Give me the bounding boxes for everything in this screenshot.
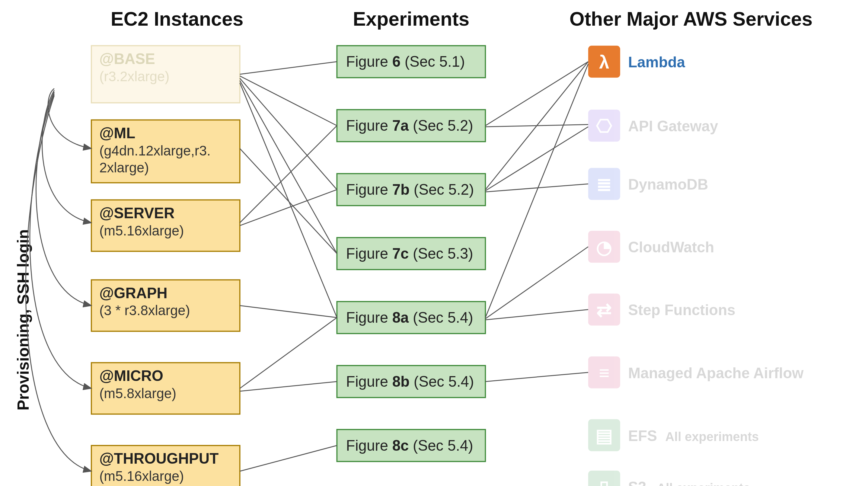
svg-text:▤: ▤: [595, 425, 613, 446]
instance-name: @MICRO: [99, 367, 163, 384]
experiment-label: Figure 7a (Sec 5.2): [346, 117, 473, 134]
architecture-diagram: EC2 Instances Experiments Other Major AW…: [0, 0, 868, 486]
svg-text:◔: ◔: [596, 237, 612, 257]
aws-icon-s3-icon: ▯: [588, 470, 620, 486]
svg-text:⇄: ⇄: [596, 300, 612, 320]
experiment-fig8b: Figure 8b (Sec 5.4): [337, 366, 485, 398]
service-label: DynamoDB: [628, 176, 708, 192]
edge-fig7a-apigw: [485, 124, 588, 127]
instance-type: (3 * r3.8xlarge): [99, 303, 190, 318]
instance-type: (m5.16xlarge): [99, 223, 184, 239]
provisioning-arrows: [26, 88, 91, 471]
edge-micro-fig8b: [240, 382, 337, 391]
experiment-label: Figure 8a (Sec 5.4): [346, 309, 473, 326]
edge-ml-fig7c: [240, 149, 337, 253]
instance-type: (m5.16xlarge): [99, 468, 184, 484]
svg-text:⎔: ⎔: [596, 116, 612, 136]
col-title-services: Other Major AWS Services: [569, 8, 813, 30]
aws-icon-lambda-icon: λ: [588, 45, 620, 78]
aws-service-cloudwatch: ◔CloudWatch: [588, 231, 714, 263]
experiment-label: Figure 6 (Sec 5.1): [346, 53, 465, 70]
edge-fig8a-cloudwatch: [485, 247, 588, 318]
ec2-instance-ml: @ML(g4dn.12xlarge,r3.2xlarge): [91, 120, 240, 183]
service-label: Managed Apache Airflow: [628, 365, 804, 381]
ec2-instance-graph: @GRAPH(3 * r3.8xlarge): [91, 280, 240, 331]
aws-service-lambda: λLambda: [588, 45, 685, 78]
aws-service-dynamodb: ≣DynamoDB: [588, 168, 708, 200]
experiment-label: Figure 7b (Sec 5.2): [346, 181, 474, 198]
edge-fig7b-apigw: [485, 127, 588, 191]
experiment-fig7a: Figure 7a (Sec 5.2): [337, 110, 485, 142]
experiment-fig7b: Figure 7b (Sec 5.2): [337, 174, 485, 206]
experiment-label: Figure 7c (Sec 5.3): [346, 245, 473, 262]
experiment-fig8c: Figure 8c (Sec 5.4): [337, 430, 485, 461]
ec2-instance-micro: @MICRO(m5.8xlarge): [91, 363, 240, 414]
service-label: Step Functions: [628, 302, 735, 318]
services-column: λLambda⎔API Gateway≣DynamoDB◔CloudWatch⇄…: [588, 45, 804, 486]
svg-text:λ: λ: [599, 52, 609, 72]
instance-name: @ML: [99, 125, 135, 141]
aws-service-api-gateway: ⎔API Gateway: [588, 110, 718, 142]
edge-base-fig6: [240, 62, 337, 74]
edge-throughput-fig8c: [240, 446, 337, 471]
col-title-ec2: EC2 Instances: [111, 8, 244, 30]
aws-icon-cloudwatch-icon: ◔: [588, 231, 620, 263]
aws-icon-api-gateway-icon: ⎔: [588, 110, 620, 142]
aws-icon-managed-apache-airflow-icon: ≡: [588, 357, 620, 389]
aws-service-s3: ▯S3All experiments: [588, 470, 750, 486]
service-label: CloudWatch: [628, 239, 714, 255]
col-title-experiments: Experiments: [353, 8, 469, 30]
instance-name: @SERVER: [99, 205, 175, 221]
instance-name: @BASE: [99, 51, 155, 67]
instance-type: (g4dn.12xlarge,r3.: [99, 143, 211, 158]
aws-icon-dynamodb-icon: ≣: [588, 168, 620, 200]
aws-icon-step-functions-icon: ⇄: [588, 294, 620, 326]
experiment-fig7c: Figure 7c (Sec 5.3): [337, 238, 485, 270]
edge-server-fig7a: [240, 126, 337, 223]
svg-text:≣: ≣: [596, 174, 612, 195]
edge-graph-fig8a: [240, 305, 337, 317]
service-label: Lambda: [628, 54, 685, 70]
service-label: S3: [628, 479, 646, 486]
ec2-instance-throughput: @THROUGHPUT(m5.16xlarge): [91, 446, 240, 486]
instance-type: (m5.8xlarge): [99, 386, 176, 401]
experiment-label: Figure 8b (Sec 5.4): [346, 373, 474, 390]
side-label: Provisioning, SSH login: [14, 229, 32, 410]
instance-type: (r3.2xlarge): [99, 69, 169, 84]
svg-text:▯: ▯: [599, 477, 609, 486]
aws-icon-efs-icon: ▤: [588, 419, 620, 451]
edge-fig8a-stepfn: [485, 310, 588, 320]
ec2-instances-column: @BASE(r3.2xlarge)@ML(g4dn.12xlarge,r3.2x…: [91, 45, 240, 486]
experiment-fig8a: Figure 8a (Sec 5.4): [337, 302, 485, 334]
experiments-column: Figure 6 (Sec 5.1)Figure 7a (Sec 5.2)Fig…: [337, 45, 485, 461]
instance-name: @THROUGHPUT: [99, 450, 218, 467]
service-label: EFS: [628, 427, 657, 444]
ec2-instance-server: @SERVER(m5.16xlarge): [91, 200, 240, 251]
aws-service-managed-apache-airflow: ≡Managed Apache Airflow: [588, 357, 804, 389]
service-label: API Gateway: [628, 118, 718, 134]
edge-base-fig7c: [240, 81, 337, 253]
instance-name: @GRAPH: [99, 285, 167, 301]
edge-micro-fig8a: [240, 317, 337, 389]
instance-type-cont: 2xlarge): [99, 160, 149, 175]
experiment-fig6: Figure 6 (Sec 5.1): [337, 45, 485, 78]
aws-service-step-functions: ⇄Step Functions: [588, 294, 736, 326]
service-note: All experiments: [657, 481, 750, 486]
experiment-label: Figure 8c (Sec 5.4): [346, 437, 473, 454]
edge-fig8b-airflow: [485, 372, 588, 382]
edge-fig7a-lambda: [485, 62, 588, 126]
ec2-instance-base: @BASE(r3.2xlarge): [91, 45, 240, 103]
svg-text:≡: ≡: [599, 363, 609, 383]
service-note: All experiments: [665, 430, 759, 444]
edge-base-fig7b: [240, 78, 337, 189]
aws-service-efs: ▤EFSAll experiments: [588, 419, 759, 451]
